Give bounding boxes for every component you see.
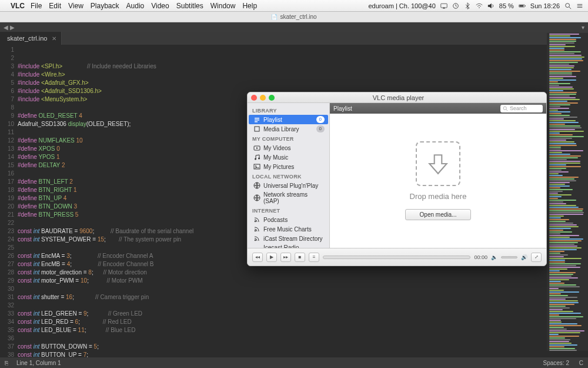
window-close-icon[interactable] <box>251 95 257 101</box>
sidebar-item-label: Playlist <box>263 117 282 123</box>
menu-playback[interactable]: Playback <box>91 2 119 10</box>
sidebar-item-podcasts[interactable]: Podcasts <box>249 215 328 224</box>
sidebar-item-label: Universal Plug'n'Play <box>263 183 318 189</box>
battery-icon[interactable] <box>519 2 526 9</box>
play-button[interactable]: ▶ <box>266 253 277 262</box>
vlc-titlebar[interactable]: VLC media player <box>248 92 546 103</box>
prev-button[interactable]: ◂◂ <box>252 253 263 262</box>
mute-button[interactable]: 🔈 <box>491 254 497 260</box>
sidebar-item-free-music-charts[interactable]: Free Music Charts <box>249 224 328 234</box>
net-icon <box>253 182 260 189</box>
seek-slider[interactable] <box>323 256 470 259</box>
sidebar-item-icecast-radio-directory[interactable]: Icecast Radio Directory <box>249 243 328 248</box>
svg-point-28 <box>503 107 506 110</box>
sidebar-item-icast-stream-directory[interactable]: iCast Stream Directory <box>249 234 328 243</box>
minimap[interactable] <box>547 33 588 351</box>
fullscreen-button[interactable]: ⤢ <box>531 253 542 262</box>
sidebar-badge: 0 <box>316 125 325 132</box>
status-spaces[interactable]: Spaces: 2 <box>543 360 569 366</box>
svg-point-24 <box>255 240 256 241</box>
sidebar-item-media-library[interactable]: Media Library 0 <box>249 124 328 134</box>
screen-mirror-icon[interactable] <box>440 2 447 9</box>
drop-text: Drop media here <box>410 192 467 201</box>
menubar-app-name[interactable]: VLC <box>11 2 25 10</box>
sidebar-item-label: My Pictures <box>263 164 294 170</box>
stop-button[interactable]: ■ <box>295 253 305 262</box>
sidebar-header: LOCAL NETWORK <box>248 171 329 181</box>
sidebar-item-my-music[interactable]: My Music <box>249 152 328 162</box>
window-minimize-icon[interactable] <box>260 95 266 101</box>
net-icon <box>253 194 260 201</box>
svg-rect-11 <box>255 118 259 119</box>
next-button[interactable]: ▸▸ <box>280 253 291 262</box>
sidebar-header: LIBRARY <box>248 105 329 115</box>
editor-tabs: skater_ctrl.ino ✕ <box>0 32 588 45</box>
tab-label: skater_ctrl.ino <box>7 35 47 42</box>
pictures-icon <box>253 163 260 170</box>
svg-point-6 <box>566 4 570 8</box>
volume-icon[interactable] <box>487 2 495 9</box>
nav-dropdown-icon[interactable]: ▾ <box>582 24 584 31</box>
vlc-window[interactable]: VLC media player LIBRARY Playlist 0 Medi… <box>247 92 547 266</box>
svg-point-22 <box>255 221 256 222</box>
vlc-column-header: Playlist Search <box>330 103 546 114</box>
spotlight-icon[interactable] <box>564 2 572 9</box>
vlc-search-input[interactable]: Search <box>500 105 543 112</box>
sidebar-item-network-streams-sap-[interactable]: Network streams (SAP) <box>249 190 328 205</box>
sidebar-item-label: Free Music Charts <box>263 226 312 233</box>
sidebar-item-universal-plug-n-play[interactable]: Universal Plug'n'Play <box>249 181 328 190</box>
time-display: 00:00 <box>474 254 487 260</box>
status-clock[interactable]: Sun 18:26 <box>530 2 560 9</box>
library-icon <box>253 125 260 132</box>
vlc-controls: ◂◂ ▶ ▸▸ ■ ≡ 00:00 🔈 🔊 ⤢ <box>248 248 546 266</box>
bluetooth-icon[interactable] <box>464 2 471 9</box>
volume-max-icon: 🔊 <box>521 254 527 260</box>
status-branch-icon[interactable]: ⎘ <box>5 360 8 366</box>
menu-help[interactable]: Help <box>242 2 257 10</box>
status-battery-pct[interactable]: 85 % <box>499 2 514 9</box>
rss-icon <box>253 226 260 233</box>
time-machine-icon[interactable] <box>452 2 459 9</box>
svg-rect-4 <box>519 5 523 7</box>
menu-file[interactable]: File <box>31 2 42 10</box>
window-zoom-icon[interactable] <box>269 95 275 101</box>
menu-video[interactable]: Video <box>151 2 169 10</box>
vlc-drop-area[interactable]: Drop media here Open media... <box>330 114 546 248</box>
status-line-col[interactable]: Line 1, Column 1 <box>16 360 61 366</box>
macos-menubar: VLC File Edit View Playback Audio Video … <box>0 0 588 12</box>
svg-rect-0 <box>441 4 447 8</box>
sidebar-item-playlist[interactable]: Playlist 0 <box>249 115 328 124</box>
sidebar-item-my-videos[interactable]: My Videos <box>249 143 328 152</box>
sidebar-item-my-pictures[interactable]: My Pictures <box>249 162 328 171</box>
svg-rect-5 <box>524 5 525 6</box>
playlist-icon <box>253 116 260 123</box>
sidebar-item-label: My Music <box>263 154 288 161</box>
rss-icon <box>253 216 260 223</box>
menu-subtitles[interactable]: Subtitles <box>176 2 203 10</box>
status-wifi-label[interactable]: eduroam | Ch. 100@40 <box>368 2 435 9</box>
video-icon <box>253 144 260 151</box>
sidebar-item-label: Network streams (SAP) <box>263 191 323 204</box>
menu-audio[interactable]: Audio <box>126 2 145 10</box>
svg-point-2 <box>479 7 480 8</box>
notification-center-icon[interactable] <box>576 2 583 9</box>
menu-edit[interactable]: Edit <box>49 2 61 10</box>
svg-point-23 <box>255 230 256 231</box>
volume-slider[interactable] <box>501 256 517 258</box>
drop-target-icon <box>416 141 460 186</box>
sidebar-item-label: iCast Stream Directory <box>263 236 323 242</box>
menu-view[interactable]: View <box>68 2 83 10</box>
wifi-icon[interactable] <box>476 2 483 9</box>
nav-back-icon[interactable]: ◀ <box>4 24 8 31</box>
svg-rect-13 <box>255 121 258 122</box>
file-icon: 📄 <box>271 14 278 20</box>
open-media-button[interactable]: Open media... <box>405 209 472 220</box>
menu-window[interactable]: Window <box>211 2 236 10</box>
nav-forward-icon[interactable]: ▶ <box>10 24 15 31</box>
tab-skater-ctrl[interactable]: skater_ctrl.ino ✕ <box>0 32 62 45</box>
status-lang[interactable]: C <box>579 360 583 366</box>
sidebar-badge: 0 <box>316 116 325 123</box>
editor-statusbar: ⎘ Line 1, Column 1 Spaces: 2 C <box>0 357 588 368</box>
tab-close-icon[interactable]: ✕ <box>52 35 56 42</box>
playlist-toggle-button[interactable]: ≡ <box>309 253 319 262</box>
